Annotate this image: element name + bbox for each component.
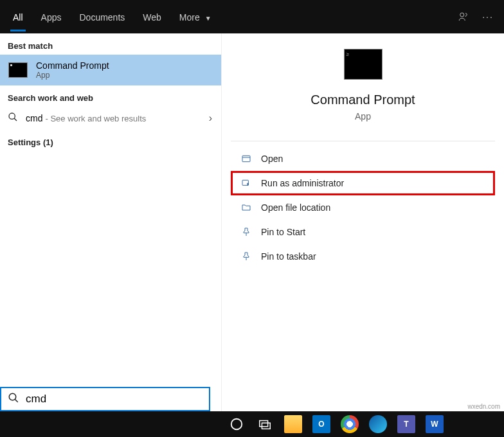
svg-point-0 [460,13,464,17]
command-prompt-icon [8,60,28,80]
svg-line-8 [15,399,18,402]
chevron-down-icon: ▼ [205,15,212,22]
action-pin-start[interactable]: Pin to Start [231,220,495,244]
taskbar-search-box[interactable] [0,387,210,411]
svg-line-2 [14,118,17,121]
edge-icon[interactable] [369,415,387,433]
folder-icon [239,202,253,213]
svg-point-1 [9,113,15,119]
results-column: Best match Command Prompt App Search wor… [0,33,221,411]
tab-documents[interactable]: Documents [70,2,134,31]
web-search-cmd[interactable]: cmd - See work and web results › [0,107,221,130]
action-fileloc-label: Open file location [261,202,330,213]
action-open-file-location[interactable]: Open file location [231,195,495,220]
result-command-prompt[interactable]: Command Prompt App [0,55,221,85]
preview-app-icon [344,49,382,80]
result-title: Command Prompt [36,60,109,71]
tab-apps[interactable]: Apps [32,2,71,31]
word-icon[interactable]: W [426,415,444,433]
chrome-icon[interactable] [341,415,359,433]
pin-taskbar-icon [239,251,253,262]
more-options-icon[interactable]: ··· [476,12,500,22]
search-input[interactable] [26,393,203,406]
search-web-header: Search work and web [0,85,221,107]
preview-title: Command Prompt [310,93,415,107]
preview-column: Command Prompt App Open Run as administr… [221,33,504,411]
tab-web[interactable]: Web [134,2,170,31]
admin-shield-icon [239,178,253,188]
file-explorer-icon[interactable] [284,415,302,433]
action-open[interactable]: Open [231,147,495,171]
svg-point-9 [231,419,242,430]
search-icon [8,392,19,406]
taskbar: O T W [0,411,504,437]
task-view-icon[interactable] [251,411,279,437]
settings-header: Settings (1) [0,130,221,151]
action-pintaskbar-label: Pin to taskbar [261,251,316,262]
teams-icon[interactable]: T [397,415,415,433]
action-list: Open Run as administrator Open file loca… [222,147,504,269]
result-subtitle: App [36,71,109,80]
tab-more[interactable]: More ▼ [170,2,221,31]
action-pin-taskbar[interactable]: Pin to taskbar [231,244,495,269]
svg-rect-3 [242,156,250,161]
web-search-query: cmd [26,113,42,123]
chevron-right-icon[interactable]: › [209,112,212,124]
separator [231,141,495,141]
best-match-header: Best match [0,33,221,55]
watermark: wxedn.com [467,403,500,410]
cortana-icon[interactable] [222,411,251,437]
search-tabs: All Apps Documents Web More ▼ ··· [0,0,504,33]
pin-start-icon [239,227,253,237]
web-search-hint: - See work and web results [45,114,146,123]
preview-subtitle: App [355,111,371,121]
tab-more-label: More [179,12,200,22]
action-run-as-admin[interactable]: Run as administrator [231,171,495,195]
action-pinstart-label: Pin to Start [261,227,305,237]
svg-rect-10 [260,421,268,427]
action-open-label: Open [261,154,283,164]
search-icon [8,112,18,125]
action-admin-label: Run as administrator [261,178,344,188]
svg-point-7 [9,393,16,400]
outlook-icon[interactable]: O [312,415,330,433]
open-icon [239,154,253,164]
start-search-panel: All Apps Documents Web More ▼ ··· Best m… [0,0,504,411]
tab-all[interactable]: All [4,2,32,31]
svg-rect-11 [262,423,270,429]
feedback-icon[interactable] [451,11,476,22]
